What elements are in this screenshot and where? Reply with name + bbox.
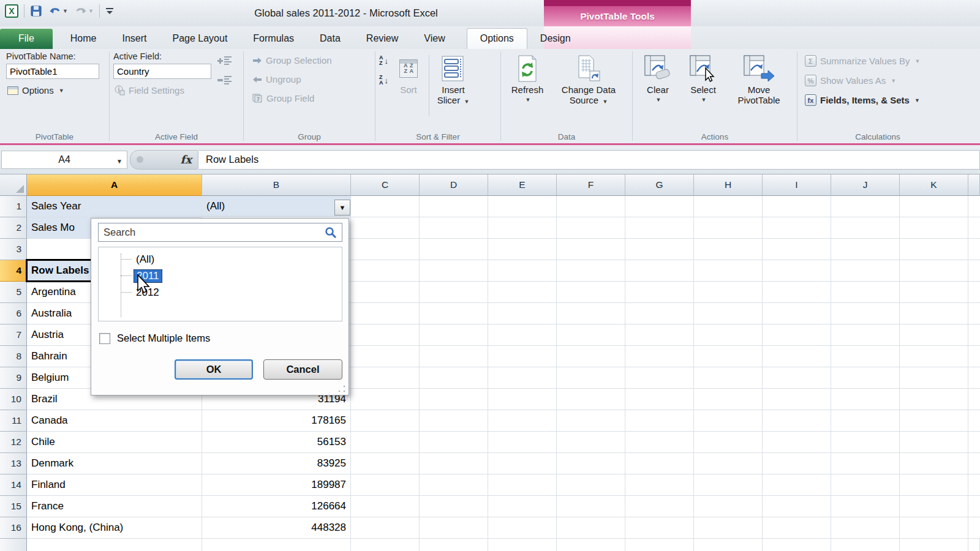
cell-K10[interactable] <box>900 389 968 410</box>
tab-data[interactable]: Data <box>307 29 353 49</box>
cell-K11[interactable] <box>900 410 968 432</box>
insert-function-fx-icon[interactable]: fx <box>181 153 192 166</box>
cell-E10[interactable] <box>488 389 557 410</box>
cell-H16[interactable] <box>694 517 763 539</box>
cell-F13[interactable] <box>557 453 625 474</box>
cell-A13[interactable]: Denmark <box>27 453 202 474</box>
cell-C6[interactable] <box>351 303 420 324</box>
cell-I6[interactable] <box>763 303 831 324</box>
cell-I8[interactable] <box>763 346 831 367</box>
cell-B15[interactable]: 126664 <box>202 496 351 517</box>
cell-C1[interactable] <box>351 196 420 217</box>
sort-descending-button[interactable]: ZA↓ <box>379 75 388 86</box>
cell-K3[interactable] <box>900 239 968 260</box>
cell-G4[interactable] <box>625 260 694 282</box>
save-button[interactable] <box>29 4 43 18</box>
row-header-5[interactable]: 5 <box>0 282 27 303</box>
cell-E14[interactable] <box>488 474 557 496</box>
cell-F2[interactable] <box>557 217 625 239</box>
cell-E4[interactable] <box>488 260 557 282</box>
cell-C13[interactable] <box>351 453 420 474</box>
tab-design[interactable]: Design <box>527 29 584 49</box>
pivottable-name-input[interactable] <box>6 64 99 79</box>
cell-G11[interactable] <box>625 410 694 432</box>
cell-J15[interactable] <box>831 496 900 517</box>
cell-K6[interactable] <box>900 303 968 324</box>
cell-C9[interactable] <box>351 367 420 389</box>
cell-E6[interactable] <box>488 303 557 324</box>
cell-G15[interactable] <box>625 496 694 517</box>
cell-I2[interactable] <box>763 217 831 239</box>
tab-formulas[interactable]: Formulas <box>240 29 307 49</box>
select-multiple-items-checkbox[interactable] <box>99 333 110 344</box>
cell-B11[interactable]: 178165 <box>202 410 351 432</box>
cell-G13[interactable] <box>625 453 694 474</box>
cell-C14[interactable] <box>351 474 420 496</box>
cell-D1[interactable] <box>420 196 488 217</box>
cell-H6[interactable] <box>694 303 763 324</box>
cell-J7[interactable] <box>831 324 900 346</box>
cell-D13[interactable] <box>420 453 488 474</box>
row-header-16[interactable]: 16 <box>0 517 27 539</box>
pivot-filter-dropdown-button[interactable]: ▼ <box>334 200 350 216</box>
customize-quick-access-button[interactable] <box>104 5 115 17</box>
cell-E8[interactable] <box>488 346 557 367</box>
search-icon[interactable] <box>325 227 337 239</box>
cell-C3[interactable] <box>351 239 420 260</box>
cancel-button[interactable]: Cancel <box>263 359 342 380</box>
cell-F7[interactable] <box>557 324 625 346</box>
move-pivottable-button[interactable]: Move PivotTable <box>727 51 791 131</box>
column-header-B[interactable]: B <box>202 174 351 196</box>
cell-J11[interactable] <box>831 410 900 432</box>
cell-K8[interactable] <box>900 346 968 367</box>
cell-E5[interactable] <box>488 282 557 303</box>
tab-review[interactable]: Review <box>353 29 411 49</box>
tab-view[interactable]: View <box>411 29 458 49</box>
cell-C5[interactable] <box>351 282 420 303</box>
cell-D10[interactable] <box>420 389 488 410</box>
cell-I13[interactable] <box>763 453 831 474</box>
column-header-K[interactable]: K <box>900 174 968 196</box>
cell-E16[interactable] <box>488 517 557 539</box>
cell-B14[interactable]: 189987 <box>202 474 351 496</box>
cell-D9[interactable] <box>420 367 488 389</box>
column-header-C[interactable]: C <box>351 174 420 196</box>
cell-G5[interactable] <box>625 282 694 303</box>
cell-D3[interactable] <box>420 239 488 260</box>
cell-G3[interactable] <box>625 239 694 260</box>
cell-D5[interactable] <box>420 282 488 303</box>
cell-E12[interactable] <box>488 432 557 453</box>
cell-H13[interactable] <box>694 453 763 474</box>
cell-J5[interactable] <box>831 282 900 303</box>
cell-G8[interactable] <box>625 346 694 367</box>
cell-J1[interactable] <box>831 196 900 217</box>
cell-F1[interactable] <box>557 196 625 217</box>
cell-K2[interactable] <box>900 217 968 239</box>
cell-F14[interactable] <box>557 474 625 496</box>
cell-A1[interactable]: Sales Year <box>27 196 202 217</box>
cell-H3[interactable] <box>694 239 763 260</box>
cell-I12[interactable] <box>763 432 831 453</box>
cell-G16[interactable] <box>625 517 694 539</box>
select-button[interactable]: Select ▼ <box>682 51 725 131</box>
name-box-dropdown-icon[interactable]: ▼ <box>116 158 123 165</box>
row-header-7[interactable]: 7 <box>0 324 27 346</box>
cell-C10[interactable] <box>351 389 420 410</box>
row-header-3[interactable]: 3 <box>0 239 27 260</box>
row-header-13[interactable]: 13 <box>0 453 27 474</box>
cell-K14[interactable] <box>900 474 968 496</box>
row-header-4[interactable]: 4 <box>0 260 27 282</box>
cell-I9[interactable] <box>763 367 831 389</box>
cell-C2[interactable] <box>351 217 420 239</box>
cell-K15[interactable] <box>900 496 968 517</box>
tab-page-layout[interactable]: Page Layout <box>159 29 240 49</box>
cell-H14[interactable] <box>694 474 763 496</box>
column-header-I[interactable]: I <box>763 174 831 196</box>
ok-button[interactable]: OK <box>175 359 253 380</box>
cell-J8[interactable] <box>831 346 900 367</box>
row-header-9[interactable]: 9 <box>0 367 27 389</box>
change-data-source-button[interactable]: Change Data Source ▼ <box>551 51 626 131</box>
cell-D15[interactable] <box>420 496 488 517</box>
cell-E9[interactable] <box>488 367 557 389</box>
cell-D7[interactable] <box>420 324 488 346</box>
